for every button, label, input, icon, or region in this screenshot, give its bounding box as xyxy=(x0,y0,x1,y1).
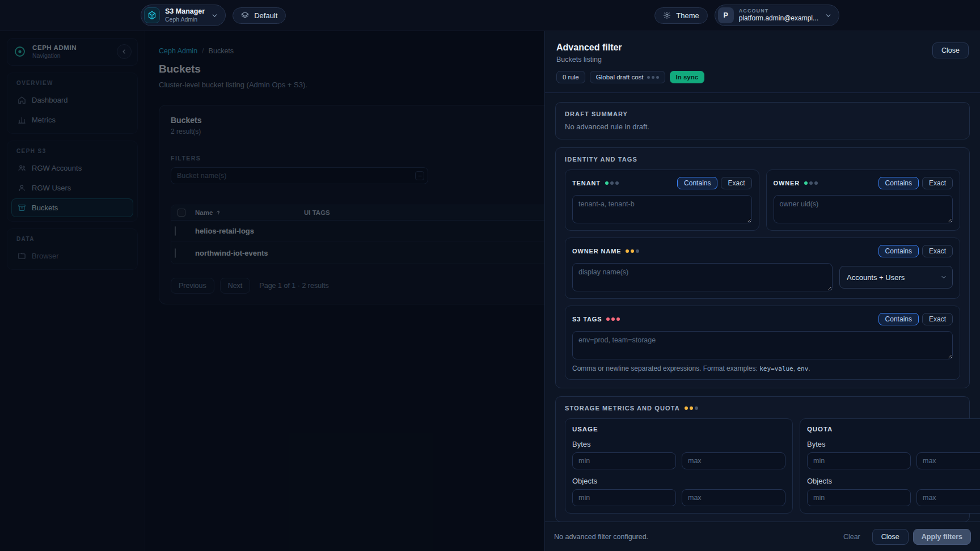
cost-dots xyxy=(605,181,619,185)
clear-button[interactable]: Clear xyxy=(836,529,868,545)
draft-summary-card: DRAFT SUMMARY No advanced rule in draft. xyxy=(555,102,970,139)
draft-summary-title: DRAFT SUMMARY xyxy=(565,111,960,117)
usage-objects-min-input[interactable] xyxy=(572,489,676,506)
drawer-close-button[interactable]: Close xyxy=(932,43,969,58)
footer-close-button[interactable]: Close xyxy=(872,529,909,545)
s3-tags-filter-group: S3 TAGS Contains Exact Comma or newline … xyxy=(565,306,960,380)
app-title: S3 Manager xyxy=(165,7,205,16)
cost-dots xyxy=(606,317,620,321)
storage-metrics-card: STORAGE METRICS AND QUOTA USAGE Bytes Ob… xyxy=(555,396,970,522)
draft-cost-badge: Global draft cost xyxy=(590,71,665,83)
owner-filter-group: OWNER Contains Exact xyxy=(766,169,961,231)
account-menu-button[interactable]: P ACCOUNT platform.admin@exampl... xyxy=(715,5,839,26)
theme-button[interactable]: Theme xyxy=(654,7,707,24)
usage-group: USAGE Bytes Objects xyxy=(565,418,793,514)
preset-button[interactable]: Default xyxy=(233,7,286,24)
cost-dots xyxy=(685,406,698,410)
theme-label: Theme xyxy=(676,11,699,20)
drawer-badges: 0 rule Global draft cost In sync xyxy=(556,71,969,83)
app-switcher-button[interactable]: S3 Manager Ceph Admin xyxy=(141,5,226,26)
owner-exact-button[interactable]: Exact xyxy=(922,177,953,189)
s3-tags-exact-button[interactable]: Exact xyxy=(922,313,953,325)
rule-count-badge: 0 rule xyxy=(556,71,585,83)
quota-bytes-max-input[interactable] xyxy=(916,452,980,469)
owner-name-label: OWNER NAME xyxy=(572,248,639,255)
drawer-content: DRAFT SUMMARY No advanced rule in draft.… xyxy=(545,93,980,522)
preset-label: Default xyxy=(254,11,277,20)
quota-group: QUOTA Bytes Objects xyxy=(800,418,980,514)
topbar: S3 Manager Ceph Admin Default xyxy=(0,0,980,31)
advanced-filter-drawer: Advanced filter Buckets listing Close 0 … xyxy=(544,31,980,551)
app-root: S3 Manager Ceph Admin Default xyxy=(0,0,980,551)
theme-icon xyxy=(663,11,671,19)
apply-filters-button[interactable]: Apply filters xyxy=(913,529,971,545)
s3-tags-helper: Comma or newline separated expressions. … xyxy=(572,364,953,372)
drawer-footer-status: No advanced filter configured. xyxy=(554,533,648,541)
s3-tags-label: S3 TAGS xyxy=(572,316,620,323)
tenant-exact-button[interactable]: Exact xyxy=(721,177,751,189)
s3-tags-contains-button[interactable]: Contains xyxy=(878,313,919,325)
owner-label: OWNER xyxy=(774,180,818,187)
tenant-contains-button[interactable]: Contains xyxy=(677,177,717,189)
avatar: P xyxy=(718,7,734,23)
drawer-subtitle: Buckets listing xyxy=(556,56,622,63)
usage-objects-label: Objects xyxy=(572,477,785,485)
usage-bytes-max-input[interactable] xyxy=(682,452,785,469)
drawer-footer: No advanced filter configured. Clear Clo… xyxy=(545,522,980,551)
tenant-input[interactable] xyxy=(572,195,752,223)
quota-title: QUOTA xyxy=(807,426,980,433)
cost-dots xyxy=(804,181,818,185)
owner-name-scope-select-wrap: Accounts + Users xyxy=(839,266,953,289)
storage-metrics-title: STORAGE METRICS AND QUOTA xyxy=(565,405,960,412)
overlay-scrim[interactable] xyxy=(0,31,544,551)
owner-name-contains-button[interactable]: Contains xyxy=(878,245,919,257)
s3-tags-input[interactable] xyxy=(572,331,953,359)
account-email: platform.admin@exampl... xyxy=(739,14,818,23)
cost-dots xyxy=(626,249,639,253)
quota-objects-min-input[interactable] xyxy=(807,489,911,506)
quota-bytes-label: Bytes xyxy=(807,440,980,448)
identity-tags-title: IDENTITY AND TAGS xyxy=(565,156,960,163)
owner-contains-button[interactable]: Contains xyxy=(878,177,919,189)
drawer-title: Advanced filter xyxy=(556,43,622,53)
owner-name-exact-button[interactable]: Exact xyxy=(922,245,953,257)
identity-tags-card: IDENTITY AND TAGS TENANT Contains Ex xyxy=(555,147,970,388)
owner-name-filter-group: OWNER NAME Contains Exact xyxy=(565,238,960,299)
sync-status-badge: In sync xyxy=(670,71,705,83)
usage-bytes-min-input[interactable] xyxy=(572,452,676,469)
quota-bytes-min-input[interactable] xyxy=(807,452,911,469)
chevron-down-icon xyxy=(825,12,832,19)
usage-objects-max-input[interactable] xyxy=(682,489,785,506)
draft-summary-empty: No advanced rule in draft. xyxy=(565,122,960,131)
owner-input[interactable] xyxy=(774,195,953,223)
drawer-header: Advanced filter Buckets listing Close 0 … xyxy=(545,31,980,93)
account-label: ACCOUNT xyxy=(739,8,769,14)
preset-icon xyxy=(241,11,249,19)
chevron-down-icon xyxy=(211,12,218,19)
usage-title: USAGE xyxy=(572,426,785,433)
usage-bytes-label: Bytes xyxy=(572,440,785,448)
owner-name-scope-select[interactable]: Accounts + Users xyxy=(839,266,953,289)
quota-objects-max-input[interactable] xyxy=(916,489,980,506)
app-subtitle: Ceph Admin xyxy=(165,16,197,23)
tenant-filter-group: TENANT Contains Exact xyxy=(565,169,759,231)
app-logo-icon xyxy=(144,7,160,23)
owner-name-input[interactable] xyxy=(572,263,833,291)
cost-dots xyxy=(647,76,659,79)
quota-objects-label: Objects xyxy=(807,477,980,485)
tenant-label: TENANT xyxy=(572,180,619,187)
